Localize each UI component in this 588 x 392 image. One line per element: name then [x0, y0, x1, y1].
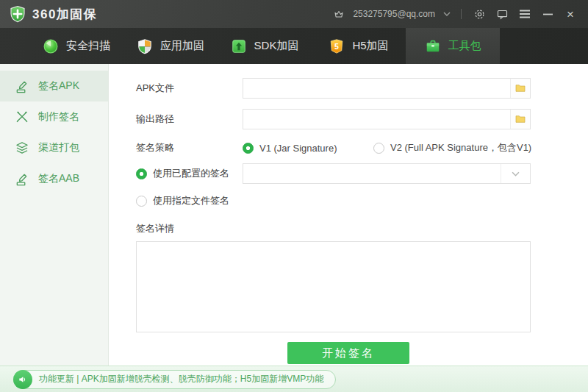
tab-app-harden[interactable]: 应用加固 [123, 28, 218, 64]
strategy-label: 签名策略 [136, 141, 243, 154]
apk-file-row: APK文件 [136, 78, 588, 99]
sidebar-item-channel-package[interactable]: 渠道打包 [0, 132, 108, 163]
tab-toolbox[interactable]: 工具包 [406, 28, 500, 64]
radio-option-use-configured[interactable]: 使用已配置的签名 [136, 167, 243, 180]
apk-file-browse-button[interactable] [510, 79, 530, 98]
sidebar-item-label: 渠道打包 [38, 141, 79, 154]
gear-icon [473, 8, 486, 21]
detail-label-row: 签名详情 [136, 222, 588, 235]
radio-v2[interactable] [373, 143, 384, 154]
sign-aab-icon [15, 171, 29, 186]
chevron-down-icon[interactable] [443, 12, 451, 16]
use-file-label: 使用指定文件签名 [153, 194, 229, 207]
h5-shield-icon: 5 [329, 38, 345, 54]
hamburger-menu-icon [519, 9, 531, 19]
minimize-icon [543, 13, 553, 15]
apk-file-input[interactable] [243, 79, 510, 98]
update-notice[interactable]: 功能更新 | APK加固新增脱壳检测、脱壳防御功能；H5加固新增VMP功能 [13, 370, 336, 389]
use-configured-label: 使用已配置的签名 [153, 167, 229, 180]
title-bar: 360加固保 253275795@qq.com [0, 0, 588, 28]
radio-option-v2[interactable]: V2 (Full APK Signature，包含V1) [373, 141, 531, 154]
tab-label: 工具包 [448, 39, 481, 53]
sidebar: 签名APK 制作签名 渠道打包 [0, 64, 109, 366]
configured-signature-select[interactable] [243, 163, 531, 184]
radio-v1[interactable] [243, 143, 254, 154]
scan-icon [43, 38, 59, 54]
radio-use-configured[interactable] [136, 168, 147, 179]
strategy-row: 签名策略 V1 (Jar Signature) V2 (Full APK Sig… [136, 141, 588, 154]
file-signature-row: 使用指定文件签名 [136, 194, 588, 207]
output-path-browse-button[interactable] [510, 110, 530, 129]
radio-use-file[interactable] [136, 196, 147, 207]
tab-label: 应用加固 [160, 39, 204, 53]
sidebar-item-label: 签名AAB [38, 172, 79, 185]
menu-button[interactable] [517, 6, 532, 22]
user-email[interactable]: 253275795@qq.com [353, 9, 435, 19]
submit-row: 开始签名 [136, 335, 588, 364]
announcement-speaker-icon [13, 370, 32, 389]
sdk-upload-icon [231, 38, 247, 54]
radio-option-use-file[interactable]: 使用指定文件签名 [136, 194, 243, 207]
crown-icon [333, 9, 345, 20]
sign-apk-form: APK文件 输出路径 [109, 64, 588, 366]
make-signature-icon [15, 110, 29, 124]
shield-plus-logo-icon [9, 5, 26, 23]
status-bar: 功能更新 | APK加固新增脱壳检测、脱壳防御功能；H5加固新增VMP功能 [0, 366, 588, 392]
tab-label: H5加固 [352, 39, 388, 53]
sidebar-item-sign-aab[interactable]: 签名AAB [0, 163, 108, 194]
configured-signature-row: 使用已配置的签名 [136, 163, 588, 184]
radio-v2-label: V2 (Full APK Signature，包含V1) [390, 141, 531, 154]
close-icon: × [567, 8, 574, 21]
sidebar-item-sign-apk[interactable]: 签名APK [0, 71, 108, 101]
toolbox-icon [425, 38, 441, 54]
radio-v1-label: V1 (Jar Signature) [259, 143, 337, 154]
chevron-down-icon [512, 171, 520, 177]
output-path-row: 输出路径 [136, 109, 588, 129]
app-window: 360加固保 253275795@qq.com [0, 0, 588, 392]
sign-apk-icon [15, 79, 29, 93]
app-title: 360加固保 [32, 6, 97, 23]
tab-h5-harden[interactable]: 5 H5加固 [312, 28, 406, 64]
minimize-button[interactable] [540, 6, 555, 22]
svg-text:5: 5 [334, 41, 339, 50]
detail-label: 签名详情 [136, 222, 243, 235]
channel-package-icon [15, 140, 29, 155]
tab-sdk-harden[interactable]: SDK加固 [218, 28, 312, 64]
settings-button[interactable] [472, 6, 487, 22]
sidebar-item-label: 签名APK [38, 79, 79, 93]
speaker-icon [18, 374, 28, 385]
folder-icon [514, 113, 526, 125]
update-notice-text: 功能更新 | APK加固新增脱壳检测、脱壳防御功能；H5加固新增VMP功能 [39, 373, 323, 385]
app-logo: 360加固保 [9, 5, 97, 23]
signature-detail-textarea[interactable] [136, 241, 531, 332]
output-path-input[interactable] [243, 110, 510, 129]
titlebar-divider [461, 9, 462, 19]
main-nav-tabs: 安全扫描 应用加固 SDK加固 [0, 28, 588, 64]
message-bubble-icon [496, 8, 509, 21]
start-sign-button[interactable]: 开始签名 [287, 342, 409, 364]
main-area: 签名APK 制作签名 渠道打包 [0, 64, 588, 366]
select-arrow-zone[interactable] [501, 164, 530, 183]
tab-security-scan[interactable]: 安全扫描 [29, 28, 123, 64]
close-button[interactable]: × [563, 6, 578, 22]
feedback-button[interactable] [495, 6, 509, 22]
folder-icon [514, 82, 526, 94]
tab-label: 安全扫描 [66, 39, 110, 53]
radio-option-v1[interactable]: V1 (Jar Signature) [243, 143, 373, 154]
sidebar-item-make-signature[interactable]: 制作签名 [0, 101, 108, 132]
apk-file-label: APK文件 [136, 82, 243, 95]
app-shield-icon [137, 38, 153, 54]
tab-label: SDK加固 [254, 39, 299, 53]
output-path-label: 输出路径 [136, 113, 243, 126]
sidebar-item-label: 制作签名 [38, 110, 79, 124]
